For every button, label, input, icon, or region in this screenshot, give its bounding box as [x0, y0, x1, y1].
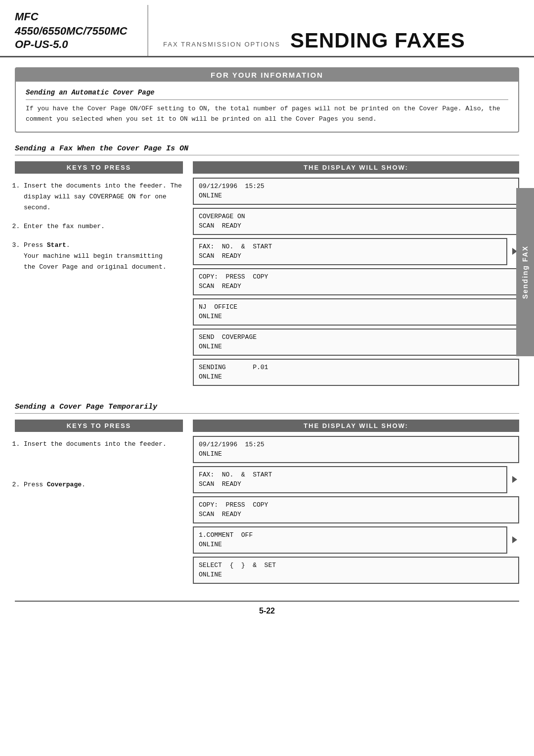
step3-item: Press Start. Your machine will begin tra…: [24, 240, 183, 273]
section1-keys-content: Insert the documents into the feeder. Th…: [15, 178, 183, 284]
display1-2: COVERPAGE ONSCAN READY: [193, 208, 519, 235]
sidebar-label: Sending FAX: [516, 188, 534, 356]
display2-3: COPY: PRESS COPYSCAN READY: [193, 496, 519, 523]
start-bold: Start: [47, 241, 66, 249]
section1-columns: KEYS TO PRESS Insert the documents into …: [15, 161, 519, 389]
header-left: MFC 4550/6550MC/7550MC OP-US-5.0: [0, 5, 148, 56]
step2-1-item: Insert the documents into the feeder.: [24, 439, 183, 450]
section2-title: Sending a Cover Page Temporarily: [15, 403, 519, 414]
display1-4: COPY: PRESS COPYSCAN READY: [193, 268, 519, 295]
section1-keys-col: KEYS TO PRESS Insert the documents into …: [15, 161, 183, 389]
display2-2: FAX: NO. & STARTSCAN READY: [193, 466, 507, 493]
page: MFC 4550/6550MC/7550MC OP-US-5.0 FAX TRA…: [0, 0, 534, 756]
info-box-text: If you have the Cover Page ON/OFF settin…: [26, 104, 508, 125]
step2-item: Enter the fax number.: [24, 221, 183, 232]
section1-keys-header: KEYS TO PRESS: [15, 161, 183, 174]
info-box-header: FOR YOUR INFORMATION: [16, 68, 518, 82]
display1-3: FAX: NO. & STARTSCAN READY: [193, 238, 507, 265]
section1-display-header: THE DISPLAY WILL SHOW:: [193, 161, 519, 174]
info-box-subtitle: Sending an Automatic Cover Page: [26, 89, 508, 100]
display1-1: 09/12/1996 15:25ONLINE: [193, 178, 519, 205]
section1: Sending a Fax When the Cover Page Is ON …: [15, 144, 519, 389]
op-code: OP-US-5.0: [15, 38, 137, 51]
section2-keys-header: KEYS TO PRESS: [15, 420, 183, 432]
section2-display-col: THE DISPLAY WILL SHOW: 09/12/1996 15:25O…: [193, 420, 519, 587]
section1-displays: 09/12/1996 15:25ONLINE COVERPAGE ONSCAN …: [193, 178, 519, 386]
display1-6: SEND COVERPAGEONLINE: [193, 329, 519, 356]
section2: Sending a Cover Page Temporarily KEYS TO…: [15, 403, 519, 587]
coverpage-bold: Coverpage: [47, 481, 82, 488]
display1-7: SENDING P.01ONLINE: [193, 359, 519, 386]
page-subtitle: FAX TRANSMISSION OPTIONS: [163, 41, 280, 51]
section2-display-header: THE DISPLAY WILL SHOW:: [193, 420, 519, 432]
display2-1: 09/12/1996 15:25ONLINE: [193, 436, 519, 463]
main-content: FOR YOUR INFORMATION Sending an Automati…: [0, 57, 534, 633]
step1-item: Insert the documents into the feeder. Th…: [24, 181, 183, 213]
page-header: MFC 4550/6550MC/7550MC OP-US-5.0 FAX TRA…: [0, 0, 534, 57]
display1-5: NJ OFFICEONLINE: [193, 298, 519, 326]
display2-5: SELECT { } & SETONLINE: [193, 557, 519, 584]
model-number: MFC 4550/6550MC/7550MC: [15, 10, 137, 38]
info-box-body: Sending an Automatic Cover Page If you h…: [16, 82, 518, 132]
info-box: FOR YOUR INFORMATION Sending an Automati…: [15, 67, 519, 133]
section2-keys-content: Insert the documents into the feeder. Pr…: [15, 436, 183, 501]
display2-4: 1.COMMENT OFFONLINE: [193, 526, 507, 554]
section1-display-col: THE DISPLAY WILL SHOW: 09/12/1996 15:25O…: [193, 161, 519, 389]
sidebar-label-text: Sending FAX: [521, 245, 529, 299]
page-number: 5-22: [15, 601, 519, 623]
arrow-icon-3: [512, 536, 517, 543]
arrow-icon-2: [512, 476, 517, 483]
section2-keys-col: KEYS TO PRESS Insert the documents into …: [15, 420, 183, 587]
page-title: SENDING FAXES: [290, 30, 465, 51]
section2-displays: 09/12/1996 15:25ONLINE FAX: NO. & STARTS…: [193, 436, 519, 584]
header-right: FAX TRANSMISSION OPTIONS SENDING FAXES: [148, 5, 534, 56]
section2-columns: KEYS TO PRESS Insert the documents into …: [15, 420, 519, 587]
section1-title: Sending a Fax When the Cover Page Is ON: [15, 144, 519, 155]
step2-2-item: Press Coverpage.: [24, 479, 183, 490]
